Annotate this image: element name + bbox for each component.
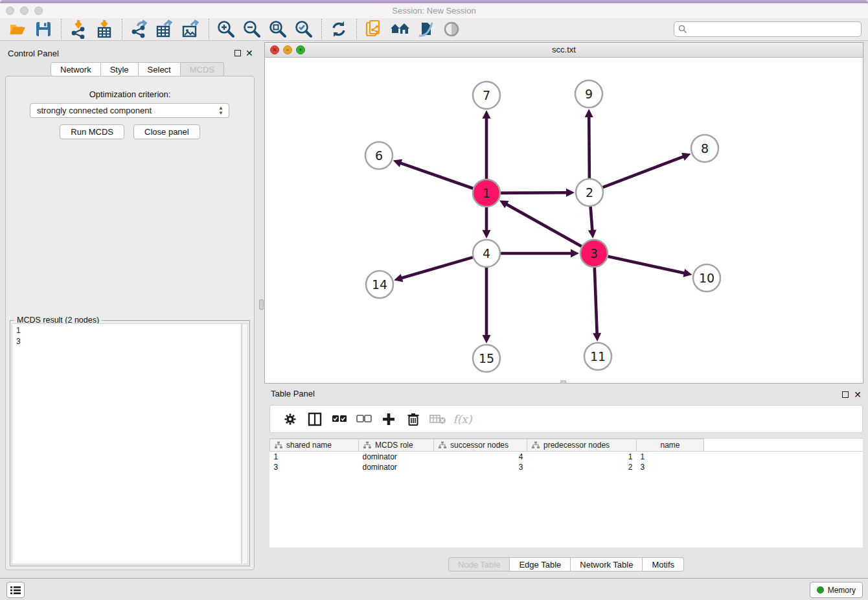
tab-node-table[interactable]: Node Table: [448, 557, 510, 571]
import-table-button[interactable]: [93, 19, 115, 40]
show-all-networks-button[interactable]: [389, 19, 411, 40]
control-panel-float-button[interactable]: [234, 50, 241, 56]
network-window-resize-grip[interactable]: [560, 380, 566, 384]
table-panel-close-button[interactable]: ✕: [854, 391, 862, 398]
table-cell[interactable]: 4: [434, 452, 527, 462]
graph-edge[interactable]: [603, 156, 685, 187]
export-table-icon: [155, 19, 175, 39]
fx-icon: f(x): [453, 413, 472, 426]
run-mcds-button[interactable]: Run MCDS: [60, 124, 124, 139]
search-input[interactable]: [674, 21, 862, 37]
zoom-out-button[interactable]: [241, 19, 263, 40]
zoom-selected-button[interactable]: [293, 19, 315, 40]
graph-edge[interactable]: [608, 257, 685, 273]
mcds-result-list[interactable]: 1 3: [12, 323, 242, 564]
open-folder-icon: [8, 20, 27, 38]
tab-network-table[interactable]: Network Table: [571, 557, 643, 571]
graph-edge[interactable]: [400, 257, 473, 279]
graph-edge[interactable]: [505, 203, 582, 246]
mcds-panel: Optimization criterion: strongly connect…: [5, 76, 255, 570]
edge-arrowhead-icon: [566, 189, 575, 197]
table-cell[interactable]: 2: [527, 462, 637, 472]
table-panel-float-button[interactable]: [842, 391, 849, 398]
delete-column-button[interactable]: [402, 408, 424, 430]
graph-edge[interactable]: [591, 207, 593, 232]
graph-node[interactable]: 9: [575, 80, 602, 108]
column-header-shared-name[interactable]: shared name: [270, 439, 359, 452]
graph-node[interactable]: 6: [365, 142, 393, 169]
graph-edge[interactable]: [595, 268, 597, 335]
toggle-visibility-button[interactable]: [440, 19, 463, 40]
column-header-predecessor-nodes[interactable]: predecessor nodes: [527, 439, 637, 452]
graph-node[interactable]: 8: [691, 135, 718, 162]
column-header-successor-nodes[interactable]: successor nodes: [434, 439, 527, 452]
open-session-button[interactable]: [6, 19, 29, 40]
table-cell[interactable]: 1: [527, 452, 637, 462]
toolbar-separator: [61, 19, 62, 40]
column-header-mcds-role[interactable]: MCDS role: [359, 439, 434, 452]
apply-function-button[interactable]: f(x): [451, 408, 474, 430]
column-layout-button[interactable]: [304, 408, 326, 430]
table-cell[interactable]: 1: [637, 452, 704, 462]
zoom-fit-button[interactable]: [267, 19, 289, 40]
table-settings-button[interactable]: [279, 408, 301, 430]
tab-motifs[interactable]: Motifs: [643, 557, 684, 571]
export-network-button[interactable]: [128, 19, 150, 40]
table-cell[interactable]: 3: [637, 462, 704, 472]
tab-network[interactable]: Network: [51, 62, 101, 76]
graph-node[interactable]: 4: [473, 240, 500, 267]
apply-layout-button[interactable]: [328, 19, 350, 40]
optimization-criterion-select[interactable]: strongly connected component ▲▼: [30, 103, 229, 118]
close-panel-button[interactable]: Close panel: [133, 124, 200, 139]
column-header-name[interactable]: name: [637, 439, 704, 452]
table-row[interactable]: 1dominator411: [270, 452, 863, 462]
graph-node[interactable]: 1: [473, 179, 500, 207]
titlebar: Session: New Session: [0, 3, 868, 18]
unselect-all-columns-button[interactable]: [353, 408, 375, 430]
select-all-columns-button[interactable]: [328, 408, 350, 430]
network-window-titlebar[interactable]: ✕ − + scc.txt: [265, 43, 863, 58]
memory-button[interactable]: Memory: [810, 582, 863, 598]
delete-table-button[interactable]: [427, 408, 449, 430]
import-network-button[interactable]: [67, 19, 89, 40]
tab-select[interactable]: Select: [139, 62, 181, 76]
graph-node[interactable]: 11: [584, 343, 611, 370]
graph-node[interactable]: 3: [580, 240, 608, 267]
hide-labels-button[interactable]: [415, 19, 437, 40]
export-image-button[interactable]: [180, 19, 202, 40]
svg-text:15: 15: [479, 351, 494, 365]
zoom-in-button[interactable]: [215, 19, 237, 40]
mcds-result-scrollbar[interactable]: [242, 323, 248, 564]
export-table-button[interactable]: [154, 19, 176, 40]
table-cell[interactable]: 3: [270, 462, 359, 472]
control-panel-close-button[interactable]: ✕: [246, 50, 253, 56]
duplicate-network-button[interactable]: [363, 19, 385, 40]
network-graph[interactable]: 7968124314101511: [265, 58, 863, 383]
save-session-button[interactable]: [32, 19, 54, 40]
tab-style[interactable]: Style: [101, 62, 139, 76]
task-history-button[interactable]: [6, 582, 25, 598]
table-cell[interactable]: dominator: [359, 452, 434, 462]
graph-edge[interactable]: [399, 163, 473, 189]
table-cell[interactable]: dominator: [359, 462, 434, 472]
tab-mcds[interactable]: MCDS: [181, 62, 224, 76]
tab-edge-table[interactable]: Edge Table: [510, 557, 571, 571]
graph-node[interactable]: 10: [693, 264, 720, 292]
mcds-result-item[interactable]: 1: [16, 325, 241, 336]
add-column-button[interactable]: [378, 408, 400, 430]
graph-edge[interactable]: [589, 115, 589, 178]
table-cell[interactable]: 1: [270, 452, 359, 462]
mcds-result-item[interactable]: 3: [16, 336, 241, 347]
table-cell[interactable]: 3: [434, 462, 527, 472]
hierarchy-icon: [439, 441, 446, 449]
status-bar: Memory: [0, 578, 868, 600]
table-row[interactable]: 3dominator323: [270, 462, 863, 472]
graph-edge[interactable]: [501, 192, 568, 193]
splitter-grip-icon[interactable]: [259, 299, 264, 310]
graph-node[interactable]: 14: [366, 271, 393, 298]
panel-splitter[interactable]: [259, 42, 264, 571]
graph-node[interactable]: 7: [473, 82, 500, 109]
graph-node[interactable]: 15: [473, 345, 500, 372]
window-title: Session: New Session: [0, 6, 868, 16]
graph-node[interactable]: 2: [576, 179, 603, 206]
